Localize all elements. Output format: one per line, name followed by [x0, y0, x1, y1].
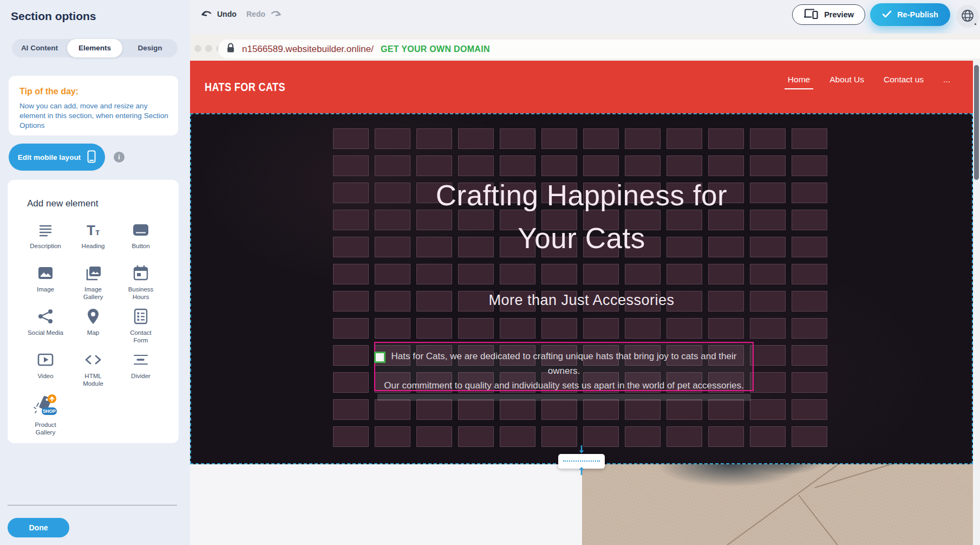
svg-text:т: т [95, 227, 100, 237]
hero-tile [667, 318, 702, 339]
element-item-html-module[interactable]: HTML Module [69, 351, 117, 394]
video-play-icon [37, 351, 54, 368]
hero-tile [625, 128, 661, 149]
hero-tile [333, 128, 369, 149]
element-item-image[interactable]: Image [22, 264, 69, 308]
hero-tile [416, 318, 452, 339]
image-gallery-icon [84, 264, 102, 282]
element-item-product-gallery[interactable]: SHOP Product Gallery [22, 394, 69, 438]
window-dot [205, 45, 212, 52]
hero-tile [667, 426, 702, 447]
element-item-contact-form[interactable]: Contact Form [117, 308, 165, 351]
nav-item-more[interactable]: ... [943, 75, 950, 89]
hero-tile [792, 345, 827, 366]
hero-tile [500, 399, 535, 420]
edit-mobile-layout-label: Edit mobile layout [18, 153, 81, 161]
hero-tile [750, 318, 786, 339]
nav-item-about-us[interactable]: About Us [829, 75, 864, 89]
done-button[interactable]: Done [8, 518, 69, 537]
hero-tile [416, 399, 452, 420]
hero-tile [792, 426, 827, 447]
hero-tile [750, 155, 786, 176]
element-item-map[interactable]: Map [69, 308, 117, 351]
section-resize-handle[interactable] [558, 454, 605, 469]
address-bar[interactable]: n1566589.websitebuilder.online/ GET YOUR… [218, 40, 980, 59]
element-item-social-media[interactable]: Social Media [22, 308, 69, 351]
section-options-panel: Section options AI Content Elements Desi… [0, 0, 190, 545]
contact-form-icon [132, 308, 149, 325]
hero-subheading[interactable]: More than Just Accessories [190, 292, 973, 309]
hero-tile [375, 426, 410, 447]
hero-tile [750, 426, 786, 447]
edit-mobile-layout-button[interactable]: Edit mobile layout [9, 144, 105, 171]
hero-tile [541, 399, 577, 420]
element-item-description[interactable]: Description [22, 221, 69, 264]
hero-tile [333, 399, 369, 420]
hero-section[interactable]: Crafting Happiness for Your Cats More th… [190, 113, 973, 464]
tab-elements[interactable]: Elements [67, 39, 122, 57]
preview-label: Preview [824, 10, 854, 19]
redo-button[interactable]: Redo [246, 9, 282, 19]
hero-tile [541, 155, 577, 176]
language-globe-button[interactable] [956, 5, 979, 28]
hero-tile [375, 128, 410, 149]
tab-ai-content[interactable]: AI Content [12, 39, 67, 57]
resize-handle-left[interactable] [374, 352, 386, 363]
hero-tile [541, 128, 577, 149]
element-item-divider[interactable]: Divider [117, 351, 165, 394]
hero-tile [375, 318, 410, 339]
hero-tile [708, 155, 744, 176]
description-selection-box[interactable]: Hats for Cats, we are dedicated to craft… [374, 342, 754, 391]
site-logo[interactable]: HATS FOR CATS [205, 80, 285, 94]
undo-label: Undo [217, 10, 237, 18]
undo-button[interactable]: Undo [201, 9, 237, 19]
tip-title: Tip of the day: [19, 87, 168, 96]
hero-tile [500, 318, 535, 339]
hero-tile [375, 399, 410, 420]
globe-icon [961, 9, 975, 24]
hero-tile [541, 426, 577, 447]
resize-dotted-line [563, 460, 600, 462]
element-item-button[interactable]: Button [117, 221, 165, 264]
info-icon[interactable]: i [114, 152, 125, 163]
next-section-blank[interactable] [190, 464, 582, 545]
preview-scrollbar[interactable] [973, 61, 980, 545]
hero-tile [500, 264, 535, 284]
nav-item-contact-us[interactable]: Contact us [884, 75, 924, 89]
element-item-heading[interactable]: Tт Heading [69, 221, 117, 264]
hero-tile [667, 128, 702, 149]
hero-tile [750, 345, 786, 366]
redo-icon [270, 9, 282, 19]
hero-tile [333, 345, 369, 366]
element-item-business-hours[interactable]: Business Hours [117, 264, 165, 308]
tip-of-the-day-card: Tip of the day: Now you can add, move an… [9, 76, 178, 135]
scrollbar-thumb[interactable] [974, 65, 979, 180]
hero-tile [708, 264, 744, 284]
hero-tile [583, 426, 619, 447]
republish-button[interactable]: Re-Publish [870, 3, 950, 26]
undo-icon [201, 9, 213, 19]
element-item-image-gallery[interactable]: Image Gallery [69, 264, 117, 308]
get-own-domain-link[interactable]: GET YOUR OWN DOMAIN [381, 44, 490, 54]
hero-tile [458, 155, 494, 176]
element-item-video[interactable]: Video [22, 351, 69, 394]
hero-tile [333, 426, 369, 447]
hero-tile [416, 426, 452, 447]
hero-tile [625, 264, 661, 284]
nav-item-home[interactable]: Home [788, 75, 810, 89]
preview-button[interactable]: Preview [792, 4, 865, 25]
next-section-image[interactable] [582, 464, 973, 545]
tab-design[interactable]: Design [122, 39, 178, 57]
hero-tile [750, 128, 786, 149]
site-nav: Home About Us Contact us ... [788, 75, 950, 89]
hero-tile [375, 155, 410, 176]
site-url: n1566589.websitebuilder.online/ [242, 44, 374, 55]
hero-tile [541, 264, 577, 284]
window-dot [194, 45, 201, 52]
hero-tile [750, 264, 786, 284]
hero-heading[interactable]: Crafting Happiness for Your Cats [190, 174, 973, 259]
heading-icon: Tт [84, 221, 102, 238]
divider-icon [132, 351, 149, 368]
hero-tile [416, 128, 452, 149]
business-hours-icon [132, 264, 149, 282]
